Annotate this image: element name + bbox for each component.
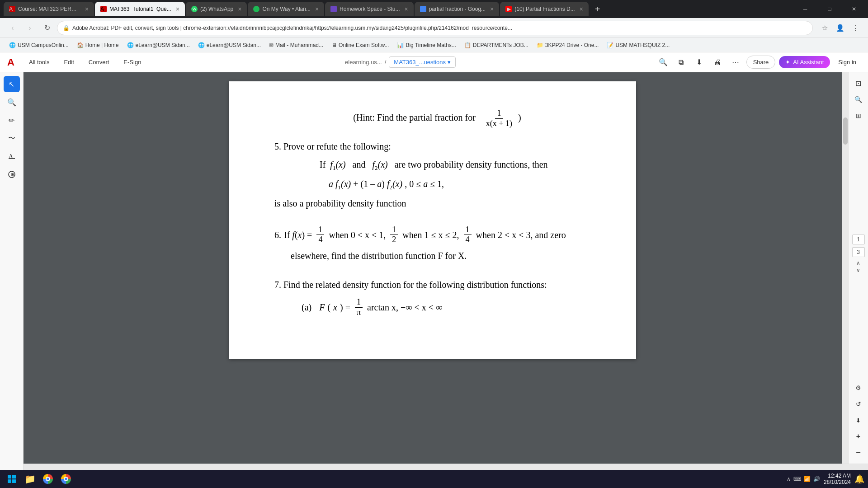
taskbar-chrome[interactable] (40, 472, 56, 486)
all-tools-menu[interactable]: All tools (25, 57, 53, 67)
tab-spotify-close[interactable]: × (315, 5, 319, 13)
q6-frac1-den: 4 (316, 235, 324, 245)
tab-yt[interactable]: ▶ (10) Partial Fractions D... × (500, 2, 589, 16)
right-search-btn[interactable]: 🔍 (851, 92, 866, 107)
q6-frac3: 1 4 (464, 225, 472, 245)
bookmark-1[interactable]: 🌐 USM CampusOnlin... (5, 40, 72, 51)
question-5: 5. Prove or refute the following: If f1(… (274, 139, 600, 211)
hint-text: (Hint: Find the partial fraction for (353, 113, 475, 122)
tab-homework[interactable]: Homework Space - Stu... × (325, 2, 414, 16)
more-icon-btn[interactable]: ⋯ (728, 55, 743, 70)
convert-menu[interactable]: Convert (85, 57, 113, 67)
back-button[interactable]: ‹ (5, 21, 20, 35)
ai-assistant-button[interactable]: ✦ AI Assistant (779, 56, 830, 68)
extensions-button[interactable]: ⋮ (848, 21, 863, 35)
right-bookmark-btn[interactable]: ⊡ (851, 76, 866, 90)
bookmark-3[interactable]: 🌐 eLearn@USM Sidan... (123, 40, 193, 51)
copy-icon-btn[interactable]: ⧉ (674, 55, 689, 70)
bookmarks-button[interactable]: ☆ (817, 21, 832, 35)
scroll-down-icon[interactable]: ∨ (856, 267, 860, 273)
bookmark-10[interactable]: 📝 USM MATHSQUIZ 2... (603, 40, 673, 51)
page-1-btn[interactable]: 1 (852, 235, 865, 244)
tab-partial[interactable]: partial fraction - Goog... × (415, 2, 500, 16)
minimize-button[interactable]: ─ (795, 2, 816, 16)
right-pages-btn[interactable]: ⊞ (851, 108, 866, 123)
tab-course[interactable]: A Course: MAT323 PERS/... × (4, 2, 94, 16)
title-bar: A Course: MAT323 PERS/... × A MAT363_Tut… (0, 0, 868, 18)
profile-button[interactable]: 👤 (833, 21, 847, 35)
share-button[interactable]: Share (746, 56, 776, 69)
esign-menu[interactable]: E-Sign (120, 57, 145, 67)
address-bar[interactable]: 🔒 Adobe Acrobat: PDF edit, convert, sign… (57, 21, 813, 35)
tab-homework-label: Homework Space - Stu... (340, 6, 400, 12)
tray-arrow[interactable]: ∧ (787, 476, 791, 482)
download-icon-btn[interactable]: ⬇ (692, 55, 707, 70)
text-tool[interactable]: A (4, 148, 20, 164)
right-settings-btn[interactable]: ⚙ (851, 380, 866, 395)
file-name-text: MAT363_...uestions (394, 59, 446, 66)
taskbar: 📁 ∧ ⌨ 📶 🔊 12:42 AM 28/10/2024 🔔 (0, 470, 868, 488)
taskbar-time[interactable]: 12:42 AM 28/10/2024 (824, 473, 851, 485)
bookmark-2[interactable]: 🏠 Home | Home (73, 40, 123, 51)
notification-btn[interactable]: 🔔 (854, 474, 864, 484)
new-tab-button[interactable]: + (591, 3, 604, 15)
tab-whatsapp[interactable]: W (2) WhatsApp × (186, 2, 247, 16)
left-sidebar: ↖ 🔍 ✏ 〜 A ⊕ (0, 72, 24, 464)
tab-whatsapp-close[interactable]: × (238, 5, 241, 13)
tab-mat363-favicon: A (100, 6, 107, 12)
pdf-area[interactable]: (Hint: Find the partial fraction for 1 x… (24, 72, 842, 464)
taskbar-chrome2[interactable] (58, 472, 74, 486)
edit-menu[interactable]: Edit (60, 57, 77, 67)
bookmark-4[interactable]: 🌐 eLearn@USM Sidan... (194, 40, 264, 51)
vertical-scrollbar[interactable] (842, 72, 848, 464)
right-save-btn[interactable]: ⬇ (851, 413, 866, 427)
horizontal-scrollbar[interactable] (24, 464, 868, 470)
tab-yt-close[interactable]: × (580, 5, 583, 13)
bookmark-7[interactable]: 📊 Big Timeline Maths... (393, 40, 459, 51)
bookmark-6[interactable]: 🖥 Online Exam Softw... (328, 40, 392, 51)
q5-header: 5. Prove or refute the following: (274, 139, 600, 154)
bookmark-9-favicon: 📁 (537, 42, 543, 48)
right-zoomin-btn[interactable]: + (851, 429, 866, 444)
q7-label: 7. (274, 280, 281, 290)
sign-in-button[interactable]: Sign in (834, 56, 861, 68)
start-button[interactable] (4, 472, 20, 486)
bookmark-9[interactable]: 📁 3KPP24 Drive - One... (533, 40, 603, 51)
bookmark-6-favicon: 🖥 (331, 42, 337, 48)
draw-tool[interactable]: 〜 (4, 130, 20, 146)
tab-spotify[interactable]: On My Way • Alan... × (248, 2, 324, 16)
tab-mat363[interactable]: A MAT363_Tutorial1_Que... × (95, 2, 185, 16)
forward-button[interactable]: › (23, 21, 37, 35)
search-icon-btn[interactable]: 🔍 (656, 55, 670, 70)
svg-rect-7 (12, 479, 16, 483)
scroll-up-icon[interactable]: ∧ (856, 260, 860, 266)
scrollbar-thumb[interactable] (843, 117, 848, 145)
taskbar-explorer[interactable]: 📁 (22, 472, 38, 486)
tab-homework-close[interactable]: × (405, 5, 408, 13)
tab-mat363-close[interactable]: × (176, 5, 179, 13)
bookmark-5[interactable]: ✉ Mail - Muhammad... (265, 40, 327, 51)
tab-yt-label: (10) Partial Fractions D... (514, 6, 575, 12)
question-7: 7. Find the related density function for… (274, 277, 600, 317)
tray-volume[interactable]: 🔊 (813, 476, 820, 482)
tray-network[interactable]: 📶 (804, 476, 811, 482)
file-name-dropdown[interactable]: MAT363_...uestions ▾ (389, 56, 456, 68)
bookmark-8[interactable]: 📋 DEPARTMENTs JOB... (461, 40, 532, 51)
stamp-tool[interactable]: ⊕ (4, 166, 20, 183)
ai-label: AI Assistant (793, 59, 824, 66)
print-icon-btn[interactable]: 🖨 (710, 55, 725, 70)
tab-course-close[interactable]: × (85, 5, 89, 13)
maximize-button[interactable]: □ (819, 2, 840, 16)
tab-whatsapp-favicon: W (191, 6, 198, 12)
zoom-tool[interactable]: 🔍 (4, 94, 20, 110)
page-3-btn[interactable]: 3 (852, 247, 865, 257)
right-zoomout-btn[interactable]: − (851, 446, 866, 460)
edit-tool[interactable]: ✏ (4, 112, 20, 128)
cursor-tool[interactable]: ↖ (4, 76, 20, 92)
right-refresh-btn[interactable]: ↺ (851, 397, 866, 411)
reload-button[interactable]: ↻ (40, 21, 54, 35)
tab-partial-close[interactable]: × (490, 5, 494, 13)
close-button[interactable]: ✕ (844, 2, 864, 16)
q6-line1: 6. If f(x) = 1 4 when 0 < x < 1, 1 2 whe… (274, 225, 600, 245)
bookmark-7-favicon: 📊 (397, 42, 404, 48)
